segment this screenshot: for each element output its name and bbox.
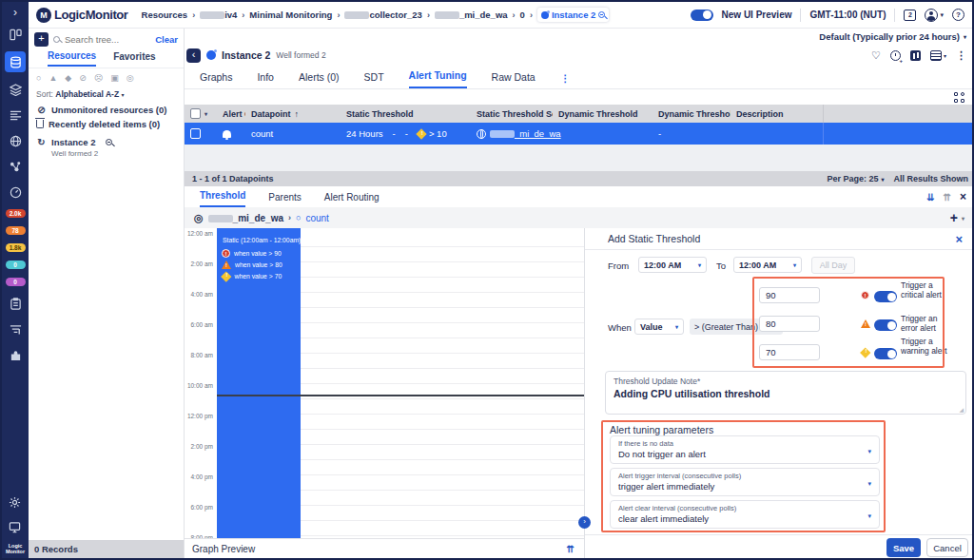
to-time-select[interactable]: 12:00 AM▾: [733, 257, 802, 273]
set-at-link[interactable]: _mi_de_wa: [490, 128, 561, 139]
column-static-threshold[interactable]: Static Threshold: [341, 105, 471, 123]
clear-search-button[interactable]: Clear: [155, 34, 178, 45]
back-button[interactable]: ‹: [186, 48, 201, 63]
dashboards-icon[interactable]: [7, 26, 24, 43]
settings-funnel-icon[interactable]: [7, 320, 24, 338]
tab-favorites[interactable]: Favorites: [113, 51, 155, 66]
column-static-threshold-set-at[interactable]: Static Threshold Set at: [471, 105, 553, 123]
cancel-button[interactable]: Cancel: [926, 538, 968, 557]
add-threshold-icon[interactable]: +: [950, 210, 958, 225]
resources-icon[interactable]: [5, 51, 26, 72]
sdt-count-badge[interactable]: 0: [6, 261, 26, 269]
zoom-out-icon[interactable]: [106, 139, 112, 145]
settings-gear-icon[interactable]: [7, 493, 24, 511]
row-checkbox[interactable]: [190, 128, 201, 139]
critical-threshold-input[interactable]: [759, 287, 820, 303]
breadcrumb-group[interactable]: iv4: [200, 10, 237, 20]
datapoint-crumb[interactable]: count: [305, 213, 328, 223]
time-range-selector[interactable]: Default (Typically prior 24 hours): [819, 31, 960, 42]
tree-item-recently-deleted[interactable]: Recently deleted items (0): [29, 117, 184, 131]
select-all-checkbox[interactable]: [190, 108, 201, 119]
table-row[interactable]: count 24 Hours - - > 10 _mi_de_wa -: [185, 123, 974, 145]
tab-sdt[interactable]: SDT: [364, 71, 384, 88]
tab-alert-routing[interactable]: Alert Routing: [324, 192, 380, 207]
save-button[interactable]: Save: [886, 538, 921, 557]
tab-threshold[interactable]: Threshold: [200, 190, 245, 207]
new-ui-preview-toggle[interactable]: [691, 10, 713, 21]
clear-interval-select[interactable]: Alert clear interval (consecutive polls)…: [610, 500, 880, 529]
favorite-icon[interactable]: ♡: [871, 49, 881, 62]
column-description[interactable]: Description: [730, 105, 823, 123]
breadcrumb-zero[interactable]: 0: [520, 10, 525, 20]
account-menu[interactable]: ▾: [925, 9, 944, 22]
breadcrumb-minimal-monitoring[interactable]: Minimal Monitoring: [249, 10, 332, 20]
chevron-down-icon[interactable]: ▾: [205, 110, 207, 117]
ops-notes-icon[interactable]: [910, 50, 921, 61]
warning-alert-count-badge[interactable]: 1.8k: [6, 243, 26, 252]
error-threshold-input[interactable]: [759, 316, 820, 332]
exchange-icon[interactable]: [7, 346, 24, 363]
logs-icon[interactable]: [7, 106, 24, 124]
mapping-icon[interactable]: [7, 158, 24, 175]
breadcrumb-collector[interactable]: collector_23: [344, 10, 421, 20]
chevron-down-icon[interactable]: ▾: [962, 215, 964, 222]
threshold-update-note-field[interactable]: Threshold Update Note* Adding CPU utilis…: [605, 371, 966, 415]
filter-warning-icon[interactable]: ◆: [65, 73, 71, 83]
warning-alert-toggle[interactable]: [874, 348, 897, 359]
error-alert-toggle[interactable]: [874, 319, 897, 331]
tab-alerts[interactable]: Alerts (0): [299, 71, 340, 88]
filter-sdt-icon[interactable]: ⊘: [79, 73, 87, 83]
critical-alert-count-badge[interactable]: 2.0k: [6, 209, 26, 218]
close-form-icon[interactable]: ×: [955, 232, 963, 246]
timezone-label[interactable]: GMT-11:00 (NUT): [809, 10, 886, 20]
no-data-select[interactable]: If there is no data Do not trigger an al…: [610, 435, 880, 464]
filter-error-icon[interactable]: ▲: [49, 73, 57, 83]
column-settings-icon[interactable]: [954, 92, 964, 103]
filter-disabled-icon[interactable]: ▣: [110, 73, 119, 83]
alerts-icon[interactable]: [7, 183, 24, 201]
static-threshold-band[interactable]: Static (12:00am - 12:00am) when value > …: [217, 228, 301, 538]
schedule-sdt-icon[interactable]: [890, 50, 901, 61]
tab-overflow-icon[interactable]: ⋮: [560, 72, 571, 88]
column-dynamic-threshold-set[interactable]: Dynamic Threshold Set: [653, 105, 730, 123]
close-panel-icon[interactable]: ×: [960, 190, 966, 203]
threshold-resource-crumb[interactable]: _mi_de_wa: [208, 213, 283, 223]
all-day-button[interactable]: All Day: [811, 257, 855, 274]
modules-icon[interactable]: [7, 81, 24, 98]
column-dynamic-threshold[interactable]: Dynamic Threshold: [553, 105, 653, 123]
when-value-select[interactable]: Value▾: [634, 319, 684, 335]
column-datapoint[interactable]: Datapoint↑: [245, 105, 341, 123]
breadcrumb-resources[interactable]: Resources: [142, 10, 188, 20]
tab-info[interactable]: Info: [257, 71, 274, 88]
tree-item-unmonitored[interactable]: ⊘ Unmonitored resources (0): [29, 103, 184, 117]
remote-session-icon[interactable]: [7, 518, 24, 535]
tab-graphs[interactable]: Graphs: [200, 71, 232, 88]
resize-handle-icon[interactable]: ◢: [959, 406, 964, 413]
reports-icon[interactable]: [7, 295, 24, 312]
filter-critical-icon[interactable]: ○: [36, 73, 41, 83]
filter-settings-icon[interactable]: ◎: [127, 73, 134, 83]
help-icon[interactable]: ?: [952, 9, 964, 21]
expand-nav-icon[interactable]: ›: [13, 8, 17, 17]
from-time-select[interactable]: 12:00 AM▾: [638, 257, 707, 273]
warning-threshold-input[interactable]: [759, 344, 820, 360]
breadcrumb-instance-chip[interactable]: Instance 2: [537, 8, 609, 22]
sort-row[interactable]: Sort: Alphabetical A-Z ▾: [29, 86, 184, 103]
collapse-panel-icon[interactable]: ⇈: [944, 192, 951, 203]
tab-raw-data[interactable]: Raw Data: [492, 71, 536, 88]
tree-item-instance[interactable]: ↻ Instance 2: [29, 131, 184, 149]
breadcrumb-datasource[interactable]: _mi_de_wa: [435, 10, 508, 20]
search-input[interactable]: [65, 34, 137, 45]
dead-count-badge[interactable]: 0: [6, 278, 26, 286]
error-alert-count-badge[interactable]: 78: [6, 226, 26, 235]
collapse-graph-preview-icon[interactable]: ⇈: [567, 544, 575, 554]
run-report-menu[interactable]: ▾: [930, 50, 946, 61]
panel-expand-handle[interactable]: ›: [578, 516, 591, 529]
expand-panel-icon[interactable]: ⇊: [926, 192, 934, 203]
per-page-selector[interactable]: Per Page: 25 ▾: [827, 174, 884, 183]
websites-icon[interactable]: [7, 132, 24, 149]
add-resource-button[interactable]: +: [34, 32, 49, 47]
more-actions-icon[interactable]: ⋮: [956, 49, 966, 62]
feedback-icon[interactable]: 2: [904, 10, 916, 21]
trigger-interval-select[interactable]: Alert trigger interval (consecutive poll…: [610, 468, 880, 496]
